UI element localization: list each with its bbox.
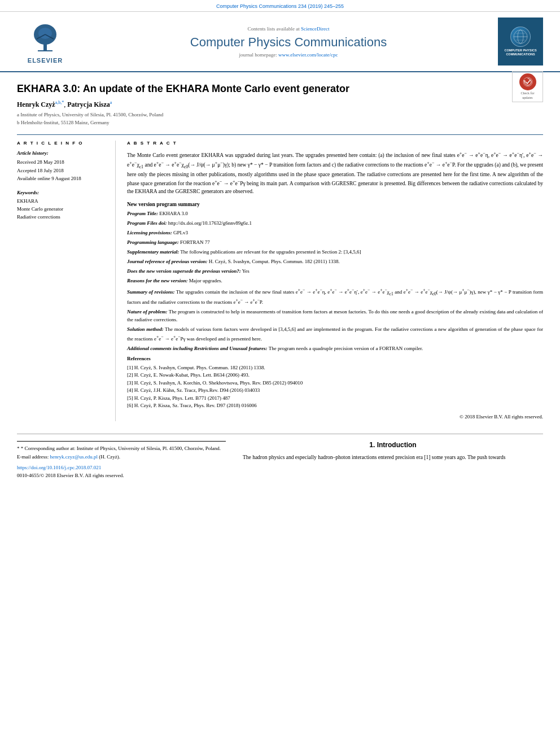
email-footnote: E-mail address: henryk.czyz@us.edu.pl (H… bbox=[17, 453, 226, 461]
svg-rect-1 bbox=[38, 50, 53, 51]
author-kisza-sup: a bbox=[110, 100, 112, 105]
cover-journal-title: COMPUTER PHYSICS COMMUNICATIONS bbox=[500, 49, 541, 56]
reasons-label: Reasons for the new version: bbox=[127, 278, 188, 283]
article-info-label: A R T I C L E I N F O bbox=[17, 141, 108, 146]
footer-area: * * Corresponding author at: Institute o… bbox=[0, 441, 560, 478]
footer-doi: https://doi.org/10.1016/j.cpc.2018.07.02… bbox=[17, 465, 226, 470]
supplementary-line: Supplementary material: The following pu… bbox=[127, 248, 543, 256]
journal-cover-thumbnail: COMPUTER PHYSICS COMMUNICATIONS bbox=[498, 18, 543, 65]
licensing-value: GPLv3 bbox=[173, 230, 188, 235]
reasons-line: Reasons for the new version: Major upgra… bbox=[127, 277, 543, 285]
ref-3: [3] H. Czyż, S. Ivashyn, A. Korchin, O. … bbox=[127, 379, 543, 387]
homepage-link[interactable]: www.elsevier.com/locate/cpc bbox=[278, 52, 338, 58]
reasons-value: Major upgrades. bbox=[189, 278, 222, 283]
email-name: (H. Czyż). bbox=[99, 454, 120, 460]
author-czyz-sup: a,b,* bbox=[55, 100, 64, 105]
ref-2: [2] H. Czyż, E. Nowak-Kubat, Phys. Lett.… bbox=[127, 372, 543, 379]
licensing-label: Licensing provisions: bbox=[127, 230, 172, 235]
program-title-line: Program Title: EKHARA 3.0 bbox=[127, 210, 543, 218]
nature-label: Nature of problem: bbox=[127, 309, 168, 314]
page: Computer Physics Communications 234 (201… bbox=[0, 0, 560, 747]
ref-5: [5] H. Czyż, P. Kisza, Phys. Lett. B771 … bbox=[127, 395, 543, 403]
journal-title-center: Contents lists available at ScienceDirec… bbox=[79, 26, 498, 58]
affil-a: a Institute of Physics, University of Si… bbox=[17, 111, 543, 119]
prog-lang-label: Programming language: bbox=[127, 239, 179, 245]
elsevier-brand: ELSEVIER bbox=[28, 57, 63, 64]
journal-ref-value: H. Czyż, S. Ivashyn, Comput. Phys. Commu… bbox=[209, 259, 340, 264]
intro-text: The hadron physics and especially hadron… bbox=[243, 453, 543, 462]
cover-globe-icon bbox=[510, 27, 531, 47]
email-label: E-mail address: bbox=[17, 454, 49, 460]
keywords-label: Keywords: bbox=[17, 190, 108, 195]
nature-line: Nature of problem: The program is constr… bbox=[127, 308, 543, 324]
keyword-monte-carlo: Monte Carlo generator bbox=[17, 205, 108, 213]
journal-ref-label: Journal reference of previous version: bbox=[127, 259, 208, 264]
footnote-area: * * Corresponding author at: Institute o… bbox=[17, 441, 226, 478]
program-doi-value: http://dx.doi.org/10.17632/g6nnv89g6z.1 bbox=[168, 220, 252, 226]
new-version-title: New version program summary bbox=[127, 200, 543, 209]
elsevier-logo: ELSEVIER bbox=[11, 19, 79, 64]
sciencedirect-link: Contents lists available at ScienceDirec… bbox=[79, 26, 498, 32]
received-date: Received 28 May 2018 bbox=[17, 158, 108, 166]
author-czyz: Henryk Czyż bbox=[17, 101, 55, 108]
program-summary: New version program summary Program Titl… bbox=[127, 200, 543, 421]
supplementary-value: The following publications are relevant … bbox=[180, 249, 361, 255]
sciencedirect-anchor[interactable]: ScienceDirect bbox=[301, 26, 329, 32]
check-updates-box: Check forupdates bbox=[512, 71, 543, 102]
history-label: Article history: bbox=[17, 150, 108, 156]
check-updates-badge: Check forupdates bbox=[506, 82, 543, 102]
summary-line: Summary of revisions: The upgrades conta… bbox=[127, 287, 543, 307]
introduction-section: 1. Introduction The hadron physics and e… bbox=[243, 441, 543, 478]
references-section: References [1] H. Czyż, S. Ivashyn, Comp… bbox=[127, 355, 543, 410]
page-divider bbox=[17, 434, 543, 434]
supersede-value: Yes bbox=[242, 268, 250, 274]
additional-line: Additional comments including Restrictio… bbox=[127, 345, 543, 353]
copyright-line: © 2018 Elsevier B.V. All rights reserved… bbox=[127, 413, 543, 421]
affiliations: a Institute of Physics, University of Si… bbox=[17, 111, 543, 126]
ref-4: [4] H. Czyż, J.H. Kühn, Sz. Tracz, Phys.… bbox=[127, 387, 543, 395]
keywords-section: Keywords: EKHARA Monte Carlo generator R… bbox=[17, 190, 108, 221]
authors-line: Henryk Czyża,b,*, Patrycja Kiszaa bbox=[17, 100, 543, 109]
corresponding-author-note: * * Corresponding author at: Institute o… bbox=[17, 445, 226, 453]
program-title-label: Program Title: bbox=[127, 211, 158, 216]
email-link[interactable]: henryk.czyz@us.edu.pl bbox=[50, 454, 98, 460]
journal-main-title: Computer Physics Communications bbox=[79, 35, 498, 50]
prog-lang-value: FORTRAN 77 bbox=[180, 239, 210, 245]
intro-heading: 1. Introduction bbox=[243, 441, 543, 449]
keyword-radiative: Radiative corrections bbox=[17, 213, 108, 221]
program-title-value: EKHARA 3.0 bbox=[159, 211, 188, 216]
accepted-date: Accepted 18 July 2018 bbox=[17, 167, 108, 174]
summary-value: The upgrades contain the inclusion of th… bbox=[127, 289, 543, 305]
journal-homepage: journal homepage: www.elsevier.com/locat… bbox=[79, 52, 498, 58]
article-info-column: A R T I C L E I N F O Article history: R… bbox=[17, 141, 116, 421]
footer-issn: 0010-4655/© 2018 Elsevier B.V. All right… bbox=[17, 473, 226, 478]
issn-text: 0010-4655/© 2018 Elsevier B.V. All right… bbox=[17, 473, 124, 478]
additional-label: Additional comments including Restrictio… bbox=[127, 346, 268, 351]
elsevier-logo-img bbox=[17, 19, 73, 56]
check-updates-label: Check forupdates bbox=[521, 91, 535, 101]
nature-value: The program is constructed to help in me… bbox=[127, 309, 543, 322]
summary-label: Summary of revisions: bbox=[127, 289, 175, 295]
article-title: EKHARA 3.0: An update of the EKHARA Mont… bbox=[17, 82, 543, 95]
ref-1: [1] H. Czyż, S. Ivashyn, Comput. Phys. C… bbox=[127, 364, 543, 372]
article-content: Check forupdates EKHARA 3.0: An update o… bbox=[0, 72, 560, 427]
solution-line: Solution method: The models of various f… bbox=[127, 326, 543, 343]
solution-value: The models of various form factors were … bbox=[127, 326, 543, 342]
intro-text-content: The hadron physics and especially hadron… bbox=[243, 455, 505, 460]
journal-ref-line: Journal reference of previous version: H… bbox=[127, 258, 543, 266]
additional-value: The program needs a quadruple precision … bbox=[269, 346, 423, 351]
abstract-column: A B S T R A C T The Monte Carlo event ge… bbox=[127, 141, 543, 421]
doi-link[interactable]: https://doi.org/10.1016/j.cpc.2018.07.02… bbox=[17, 465, 101, 470]
ref-6: [6] H. Czyż, P. Kisza, Sz. Tracz, Phys. … bbox=[127, 402, 543, 410]
elsevier-tree-svg bbox=[20, 22, 71, 53]
references-label: References bbox=[127, 355, 543, 363]
journal-header: ELSEVIER Contents lists available at Sci… bbox=[0, 12, 560, 72]
check-updates-icon bbox=[519, 73, 536, 90]
supplementary-label: Supplementary material: bbox=[127, 249, 179, 255]
journal-top-bar: Computer Physics Communications 234 (201… bbox=[0, 0, 560, 12]
supersede-label: Does the new version supersede the previ… bbox=[127, 268, 241, 274]
solution-label: Solution method: bbox=[127, 326, 164, 332]
program-doi-label: Program Files doi: bbox=[127, 220, 167, 226]
licensing-line: Licensing provisions: GPLv3 bbox=[127, 229, 543, 237]
affil-b: b Helmholtz-Institut, 55128 Mainz, Germa… bbox=[17, 119, 543, 127]
